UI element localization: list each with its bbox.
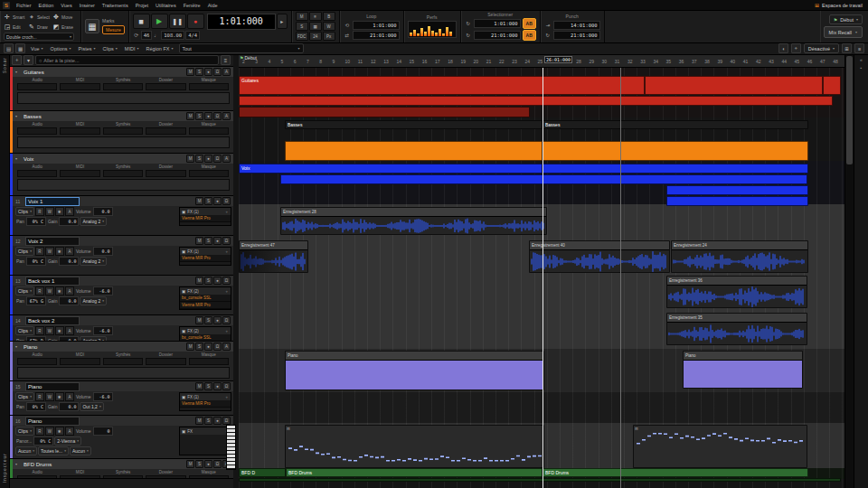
next-marker-button[interactable]: ▸ <box>277 14 288 29</box>
track-filter-icon[interactable]: ▾ <box>24 55 33 65</box>
track-search-input[interactable]: ○ Aller à la piste... <box>35 55 219 65</box>
clip[interactable] <box>239 478 841 482</box>
metronome-icon[interactable]: ♩ <box>153 33 160 38</box>
ab-button-2[interactable]: AB <box>523 30 536 41</box>
folder-field-box[interactable] <box>189 358 229 365</box>
folder-field-box[interactable] <box>146 475 185 479</box>
track-name[interactable]: Back vox 2 <box>25 316 80 325</box>
menu-item-edition[interactable]: Edition <box>35 3 58 8</box>
track-basses[interactable]: ▾BassesMS●ΩAAudioMIDISynthésDossierMasqu… <box>9 111 233 154</box>
folder-field-box[interactable] <box>189 83 229 90</box>
toggle-✱[interactable]: ✱ <box>55 207 64 216</box>
solo-icon[interactable]: S <box>204 316 212 324</box>
snap-mode-button[interactable]: Mesure <box>102 25 125 34</box>
clip[interactable]: BFD Drums <box>286 468 542 477</box>
clip[interactable] <box>239 96 833 106</box>
workspaces-selector[interactable]: ⊞ Espaces de travail <box>815 2 868 8</box>
crosshair-icon[interactable]: ⌖ <box>791 43 801 53</box>
clip[interactable] <box>280 174 807 184</box>
clip[interactable]: Voix <box>239 164 542 174</box>
ruler-marker-debut[interactable]: ⚑ Début <box>240 55 257 61</box>
punch-out-icon[interactable]: ↻ <box>544 33 552 38</box>
edit-cursor[interactable] <box>620 67 621 488</box>
panel-menu-icon[interactable]: ≡ <box>221 55 231 65</box>
audio-clip[interactable]: Piano <box>285 351 544 390</box>
fx-add-icon[interactable]: ＋ <box>225 289 230 294</box>
solo-icon[interactable]: S <box>204 277 212 285</box>
track-header[interactable]: 12Voix 2MS●Ω <box>9 236 233 246</box>
track-header[interactable]: ▾PianoMS●ΩA <box>9 342 233 352</box>
mute-icon[interactable]: M <box>195 316 203 324</box>
mute-icon[interactable]: M <box>186 460 194 468</box>
folder-field-box[interactable] <box>17 170 57 177</box>
solo-icon[interactable]: S <box>195 112 203 120</box>
toggle-w[interactable]: W <box>45 247 54 256</box>
rail-tab-sonar[interactable]: Sonar <box>2 57 7 73</box>
mute-icon[interactable]: M <box>186 68 194 76</box>
folder-field-box[interactable] <box>17 358 57 365</box>
fx-add-icon[interactable]: ＋ <box>225 210 230 214</box>
toggle-✱[interactable]: ✱ <box>55 247 64 256</box>
track-header[interactable]: 14Back vox 2MS●Ω <box>9 315 233 325</box>
audio-clip[interactable]: Enregistrement 35 <box>666 313 807 345</box>
dropdown-clips[interactable]: Clips <box>15 326 34 335</box>
fx-rack[interactable]: ▣FX (1)＋Vienna MIR Pro <box>179 247 231 266</box>
clip[interactable] <box>542 164 808 174</box>
view-menu-pistes[interactable]: Pistes▾ <box>75 46 99 52</box>
folder-field-box[interactable] <box>189 475 229 479</box>
solo-icon[interactable]: S <box>195 343 203 351</box>
menu-item-fenêtre[interactable]: Fenêtre <box>180 3 204 8</box>
fx-plugin[interactable]: Vienna MIR Pro <box>180 215 231 222</box>
toggle-a[interactable]: A <box>65 247 74 256</box>
automation-icon[interactable]: A <box>222 343 231 351</box>
input-echo-icon[interactable]: Ω <box>213 460 222 468</box>
magnet-icon[interactable]: ◖ <box>778 43 788 53</box>
track-voix[interactable]: ▾VoixMS●ΩAAudioMIDISynthésDossierMasque <box>9 154 233 196</box>
toggle-r[interactable]: R <box>35 326 44 335</box>
input-echo-icon[interactable]: Ω <box>222 197 231 205</box>
record-arm-icon[interactable]: ● <box>213 237 222 245</box>
toggle-chip-b[interactable]: B <box>323 12 335 21</box>
mute-icon[interactable]: M <box>195 417 203 425</box>
record-arm-icon[interactable]: ● <box>204 68 212 76</box>
audio-clip[interactable]: Enregistrement 40 <box>529 240 670 273</box>
clip[interactable]: Basses <box>285 120 542 129</box>
solo-icon[interactable]: S <box>204 197 212 205</box>
folder-field-box[interactable] <box>103 170 143 177</box>
folder-field-box[interactable] <box>60 127 99 135</box>
toggle-a[interactable]: A <box>65 326 74 335</box>
folder-chevron-icon[interactable]: ▾ <box>15 462 20 466</box>
dropdown-clips[interactable]: Clips <box>15 392 34 401</box>
clips-pane[interactable]: GuitaresBassesBassesVoixEnregistrement 2… <box>239 67 844 488</box>
clip[interactable]: BFD D <box>239 468 286 477</box>
punch-in-icon[interactable]: ⇥ <box>544 23 552 28</box>
dropdown-out-1-2[interactable]: Out 1,2 <box>80 402 103 411</box>
toggle-w[interactable]: W <box>45 207 54 216</box>
input-echo-icon[interactable]: Ω <box>222 277 231 285</box>
folder-field-box[interactable] <box>146 127 185 135</box>
toggle-a[interactable]: A <box>65 392 74 401</box>
track-header[interactable]: ▾BassesMS●ΩA <box>9 111 233 121</box>
menu-item-insérer[interactable]: Insérer <box>76 3 99 8</box>
marker-dropdown[interactable]: ⚑ Début ▾ <box>829 14 863 24</box>
track-header[interactable]: 11Voix 1MS●Ω <box>9 196 233 206</box>
fx-plugin[interactable]: bx_console SSL <box>180 295 231 302</box>
folder-field-box[interactable] <box>60 83 99 90</box>
clip[interactable] <box>285 141 542 161</box>
input-echo-icon[interactable]: Ω <box>213 155 222 163</box>
input-echo-icon[interactable]: Ω <box>213 68 222 76</box>
midi-clip[interactable]: ⊞ <box>285 425 544 468</box>
tool-draw[interactable]: ✎Draw <box>28 22 52 32</box>
record-arm-icon[interactable]: ● <box>204 155 212 163</box>
value-field[interactable]: 0.0 <box>59 217 79 226</box>
snap-grid-icon[interactable]: ▦ <box>85 19 99 33</box>
console-view-icon[interactable]: ▦ <box>15 43 25 53</box>
vertical-scrollbar[interactable] <box>844 54 854 488</box>
toggle-chip-s[interactable]: S <box>296 22 308 31</box>
automation-icon[interactable]: A <box>222 155 231 163</box>
stop-button[interactable]: ◼ <box>133 14 150 29</box>
tool-edit[interactable]: ◲Edit <box>4 22 28 32</box>
clip[interactable]: Basses <box>542 120 808 129</box>
play-button[interactable]: ▶ <box>151 14 168 29</box>
fx-rack[interactable]: ▣FX (1)＋Vienna MIR Pro <box>179 207 231 226</box>
